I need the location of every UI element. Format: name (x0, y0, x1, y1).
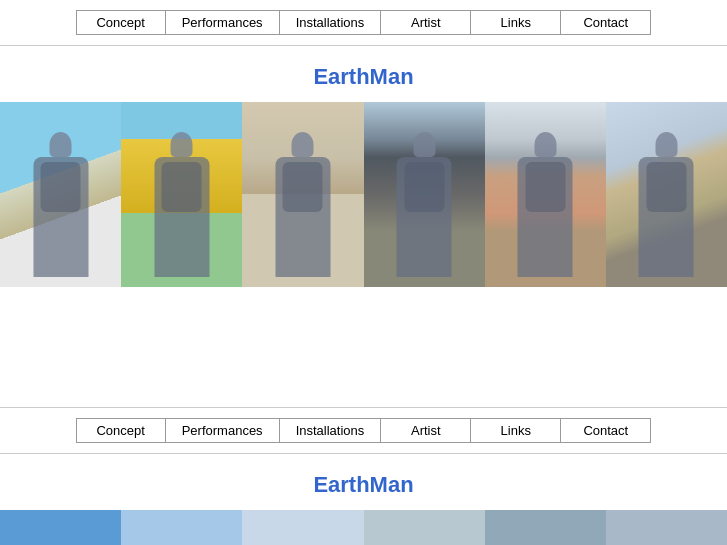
bottom-nav-artist[interactable]: Artist (381, 418, 471, 443)
nav-performances[interactable]: Performances (166, 10, 280, 35)
bottom-nav: Concept Performances Installations Artis… (0, 408, 727, 454)
main-image-strip (0, 102, 727, 287)
bottom-strip-1 (0, 510, 121, 545)
page-title: EarthMan (0, 46, 727, 102)
bottom-nav-performances[interactable]: Performances (166, 418, 280, 443)
bottom-image-strip (0, 510, 727, 545)
bottom-strip-3 (242, 510, 363, 545)
bottom-nav-concept[interactable]: Concept (76, 418, 166, 443)
nav-installations[interactable]: Installations (280, 10, 382, 35)
content-area (0, 287, 727, 407)
bottom-nav-contact[interactable]: Contact (561, 418, 651, 443)
gallery-image-2[interactable] (121, 102, 242, 287)
bottom-nav-installations[interactable]: Installations (280, 418, 382, 443)
bottom-section: Concept Performances Installations Artis… (0, 407, 727, 545)
gallery-image-1[interactable] (0, 102, 121, 287)
nav-artist[interactable]: Artist (381, 10, 471, 35)
gallery-image-4[interactable] (364, 102, 485, 287)
nav-concept[interactable]: Concept (76, 10, 166, 35)
nav-links[interactable]: Links (471, 10, 561, 35)
gallery-image-6[interactable] (606, 102, 727, 287)
bottom-strip-2 (121, 510, 242, 545)
bottom-strip-4 (364, 510, 485, 545)
bottom-page-title: EarthMan (0, 454, 727, 510)
bottom-nav-links[interactable]: Links (471, 418, 561, 443)
gallery-image-3[interactable] (242, 102, 363, 287)
bottom-strip-5 (485, 510, 606, 545)
gallery-image-5[interactable] (485, 102, 606, 287)
top-nav: Concept Performances Installations Artis… (0, 0, 727, 46)
nav-contact[interactable]: Contact (561, 10, 651, 35)
bottom-strip-6 (606, 510, 727, 545)
